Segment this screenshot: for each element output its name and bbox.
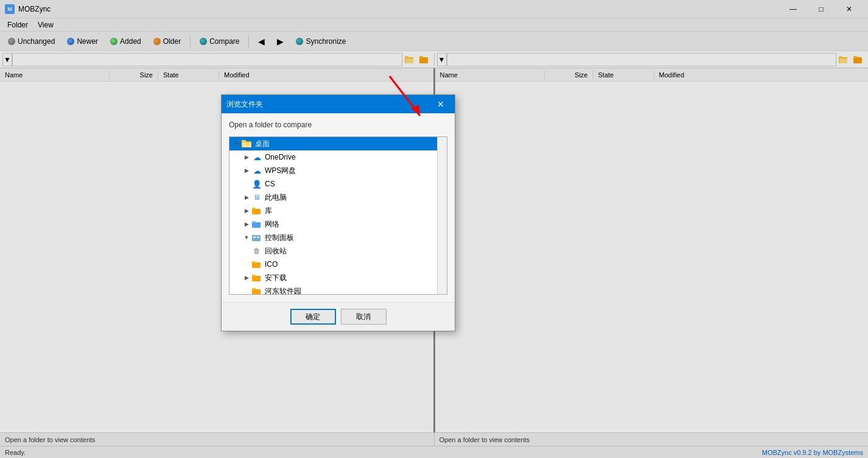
cs-label: CS [265, 180, 275, 188]
dialog-confirm-button[interactable]: 确定 [290, 309, 336, 325]
library-label: 库 [265, 206, 272, 216]
dialog-body: Open a folder to compare ▼ 桌面 [222, 113, 455, 302]
network-expand[interactable]: ▶ [242, 219, 251, 229]
library-icon [251, 206, 262, 216]
tree-scrollbar[interactable] [437, 137, 447, 294]
hedong-icon [251, 286, 262, 295]
svg-rect-20 [252, 262, 261, 268]
control-label: 控制面板 [265, 233, 294, 243]
library-expand[interactable]: ▶ [242, 206, 251, 216]
dialog-title-text: 浏览文件夹 [226, 99, 432, 110]
hedong-expand [242, 286, 251, 295]
onedrive-icon: ☁ [251, 152, 262, 162]
wps-icon: ☁ [251, 166, 262, 175]
this-pc-icon: 🖥 [251, 192, 262, 202]
cs-icon: 👤 [251, 179, 262, 189]
network-label: 网络 [265, 219, 279, 230]
tree-item-download[interactable]: ▶ 安下载 [229, 271, 447, 284]
ico-label: ICO [265, 260, 278, 269]
svg-rect-21 [252, 261, 256, 263]
desktop-label: 桌面 [255, 139, 270, 149]
tree-item-onedrive[interactable]: ▶ ☁ OneDrive [229, 150, 447, 164]
onedrive-label: OneDrive [265, 153, 296, 161]
ico-expand [242, 259, 251, 269]
tree-item-wps[interactable]: ▶ ☁ WPS网盘 [229, 164, 447, 177]
tree-item-library[interactable]: ▶ 库 [229, 204, 447, 217]
download-label: 安下载 [265, 273, 287, 283]
tree-item-hedong[interactable]: 河东软件园 [229, 284, 447, 295]
tree-item-this-pc[interactable]: ▶ 🖥 此电脑 [229, 191, 447, 204]
wps-expand[interactable]: ▶ [242, 166, 251, 175]
cs-expand [242, 179, 251, 189]
svg-rect-15 [252, 222, 261, 228]
hedong-label: 河东软件园 [265, 286, 301, 295]
svg-rect-23 [252, 275, 256, 277]
download-expand[interactable]: ▶ [242, 273, 251, 283]
tree-item-ico[interactable]: ICO [229, 258, 447, 271]
network-icon [251, 219, 262, 229]
control-expand[interactable]: ▼ [242, 233, 251, 242]
tree-item-recycle[interactable]: 🗑 回收站 [229, 244, 447, 258]
svg-rect-16 [252, 221, 256, 223]
dialog-overlay: 浏览文件夹 ✕ Open a folder to compare ▼ [0, 0, 868, 458]
tree-item-cs[interactable]: 👤 CS [229, 177, 447, 191]
onedrive-expand[interactable]: ▶ [242, 152, 251, 162]
svg-rect-12 [242, 143, 251, 147]
svg-rect-17 [252, 235, 261, 241]
download-icon [251, 273, 262, 283]
desktop-folder-icon [242, 139, 253, 149]
svg-rect-22 [252, 276, 261, 281]
dialog-cancel-button[interactable]: 取消 [341, 309, 387, 325]
svg-rect-24 [252, 289, 261, 295]
dialog-footer: 确定 取消 [222, 302, 455, 331]
dialog-close-button[interactable]: ✕ [432, 95, 450, 113]
recycle-label: 回收站 [265, 246, 287, 256]
tree-item-network[interactable]: ▶ 网络 [229, 217, 447, 231]
recycle-icon: 🗑 [251, 246, 262, 256]
svg-rect-25 [252, 288, 256, 290]
folder-tree[interactable]: ▼ 桌面 ▶ ☁ OneDrive [229, 136, 447, 295]
recycle-expand [242, 246, 251, 256]
svg-rect-13 [252, 209, 261, 214]
this-pc-expand[interactable]: ▶ [242, 192, 251, 202]
wps-label: WPS网盘 [265, 166, 296, 176]
tree-item-control-panel[interactable]: ▼ 控制面板 [229, 231, 447, 244]
this-pc-label: 此电脑 [265, 192, 287, 203]
ico-icon [251, 259, 262, 269]
svg-rect-11 [242, 140, 246, 142]
svg-rect-19 [257, 236, 259, 238]
dialog-instruction: Open a folder to compare [229, 121, 447, 129]
svg-rect-14 [252, 208, 256, 210]
browse-folder-dialog: 浏览文件夹 ✕ Open a folder to compare ▼ [221, 94, 455, 331]
desktop-expand[interactable]: ▼ [232, 139, 242, 149]
dialog-title-bar: 浏览文件夹 ✕ [222, 95, 455, 113]
tree-item-desktop[interactable]: ▼ 桌面 [229, 137, 447, 150]
svg-rect-18 [253, 236, 256, 238]
control-icon [251, 233, 262, 242]
